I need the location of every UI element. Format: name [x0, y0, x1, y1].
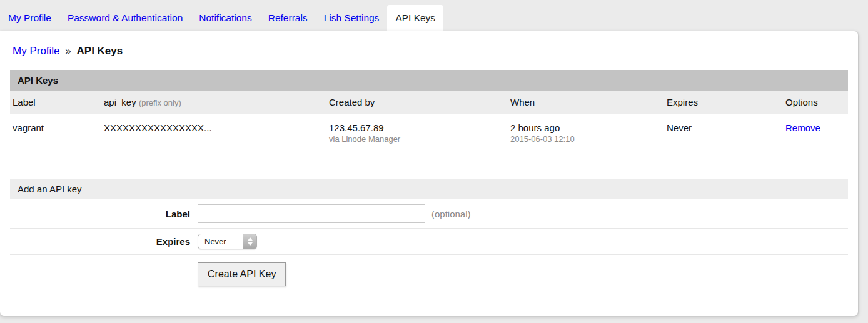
expires-select[interactable]: Never — [198, 234, 257, 249]
cell-options: Remove — [783, 114, 848, 160]
chevron-up-icon — [248, 237, 253, 241]
breadcrumb-my-profile-link[interactable]: My Profile — [13, 45, 60, 57]
tab-my-profile[interactable]: My Profile — [0, 5, 59, 31]
cell-created-by: 123.45.67.89 via Linode Manager — [326, 114, 508, 160]
label-form-row: Label (optional) — [10, 199, 848, 229]
breadcrumb-current: API Keys — [77, 45, 123, 57]
when-relative: 2 hours ago — [510, 122, 659, 133]
when-date: 2015-06-03 12:10 — [510, 134, 659, 144]
chevron-down-icon — [248, 242, 253, 246]
column-header-api-key-text: api_key — [104, 97, 136, 107]
label-field-label: Label — [10, 209, 198, 219]
column-header-api-key-note: (prefix only) — [139, 98, 181, 107]
column-header-label: Label — [10, 91, 101, 114]
expires-field-label: Expires — [10, 236, 198, 247]
cell-when: 2 hours ago 2015-06-03 12:10 — [508, 114, 664, 160]
cell-key-label: vagrant — [10, 114, 101, 160]
tab-referrals[interactable]: Referrals — [260, 5, 316, 31]
created-by-via: via Linode Manager — [329, 134, 503, 144]
tab-password-authentication[interactable]: Password & Authentication — [59, 5, 191, 31]
api-key-row: vagrant XXXXXXXXXXXXXXXX... 123.45.67.89… — [10, 114, 848, 160]
label-field-control: (optional) — [198, 204, 471, 223]
tab-lish-settings[interactable]: Lish Settings — [316, 5, 388, 31]
cell-expires: Never — [664, 114, 783, 160]
select-stepper-icon — [243, 234, 256, 249]
api-keys-table-section: API Keys Label api_key (prefix only) Cre… — [10, 70, 848, 160]
expires-form-row: Expires Never — [10, 229, 848, 255]
tab-notifications[interactable]: Notifications — [191, 5, 260, 31]
add-api-key-section: Add an API key Label (optional) Expires … — [10, 179, 848, 296]
column-header-created-by: Created by — [326, 91, 508, 114]
expires-field-control: Never — [198, 234, 257, 249]
create-api-key-button[interactable]: Create API Key — [198, 262, 286, 286]
submit-form-row: Create API Key — [10, 255, 848, 296]
tab-api-keys[interactable]: API Keys — [387, 5, 443, 31]
content-panel: My Profile » API Keys API Keys Label api… — [0, 31, 858, 316]
cell-key-prefix: XXXXXXXXXXXXXXXX... — [101, 114, 326, 160]
table-title: API Keys — [10, 70, 848, 91]
add-api-key-title: Add an API key — [10, 179, 848, 199]
breadcrumb-separator: » — [65, 45, 71, 57]
column-header-api-key: api_key (prefix only) — [101, 91, 326, 114]
breadcrumb: My Profile » API Keys — [10, 31, 848, 57]
column-header-options: Options — [783, 91, 848, 114]
expires-select-value: Never — [198, 234, 243, 249]
label-input[interactable] — [198, 204, 425, 223]
label-optional-note: (optional) — [431, 209, 471, 219]
api-keys-table: Label api_key (prefix only) Created by W… — [10, 91, 848, 160]
column-header-expires: Expires — [664, 91, 783, 114]
submit-control: Create API Key — [198, 262, 286, 286]
table-header-row: Label api_key (prefix only) Created by W… — [10, 91, 848, 114]
tab-bar: My Profile Password & Authentication Not… — [0, 0, 868, 31]
created-by-ip: 123.45.67.89 — [329, 122, 503, 133]
column-header-when: When — [508, 91, 664, 114]
remove-link[interactable]: Remove — [785, 122, 820, 133]
